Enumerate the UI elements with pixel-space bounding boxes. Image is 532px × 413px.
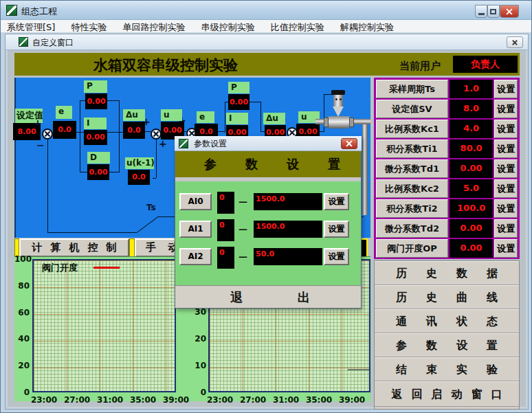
param-value[interactable]: 100.0	[450, 199, 493, 218]
return-start-window-button[interactable]: 返回启动窗口	[375, 381, 519, 407]
close-button[interactable]	[500, 5, 519, 18]
ai1-set-button[interactable]: 设置	[324, 221, 349, 238]
x-tick: 39:00	[162, 395, 190, 405]
minimize-button[interactable]	[475, 5, 487, 18]
param-value[interactable]: 4.0	[450, 120, 493, 138]
menu-item-system[interactable]: 系统管理[S]	[1, 20, 61, 34]
menu-item-characteristic[interactable]: 特性实验	[65, 20, 113, 34]
custom-window-close-button[interactable]	[507, 36, 523, 48]
window-titlebar[interactable]: 组态工程	[1, 1, 532, 20]
param-label: 阀门开度OP	[376, 239, 448, 258]
valve-detail-icon	[340, 98, 342, 100]
range-dash: —	[239, 197, 247, 207]
param-set-button[interactable]: 设置	[494, 80, 518, 98]
param-label: 设定值SV	[376, 100, 448, 118]
ai1-high-value[interactable]: 1500.0	[254, 221, 322, 238]
param-row: 比例系数Kc25.0设置	[376, 179, 518, 198]
current-user-value: 负责人	[453, 56, 518, 73]
menu-item-ratio[interactable]: 比值控制实验	[265, 20, 331, 34]
param-set-button[interactable]: 设置	[494, 239, 518, 258]
block-e1-label: e	[56, 106, 72, 119]
param-value[interactable]: 1.0	[450, 80, 493, 98]
block-d1-value: 0.00	[87, 164, 109, 180]
nav-panel: 历史数据 历史曲线 通讯状态 参数设置 结束实验 返回启动窗口	[374, 260, 520, 410]
custom-window-title: 自定义窗口	[32, 37, 74, 49]
block-i1-label: I	[84, 118, 107, 129]
plus-sign: +	[159, 139, 167, 148]
param-set-button[interactable]: 设置	[494, 179, 518, 198]
block-uk1-value: 0.0	[128, 170, 150, 185]
y-tick: 100	[14, 254, 30, 264]
y-tick: 20	[195, 334, 206, 344]
block-i1-value: 0.00	[84, 130, 107, 145]
dialog-close-button[interactable]	[341, 138, 357, 149]
ai0-set-button[interactable]: 设置	[324, 193, 349, 210]
custom-window-icon	[19, 37, 28, 47]
y-tick: 80	[14, 281, 30, 291]
x-tick: 35:00	[129, 395, 157, 405]
dialog-header: 参数设置	[175, 151, 361, 177]
history-curve-button[interactable]: 历史曲线	[375, 285, 519, 309]
ai1-low-value[interactable]: 0	[217, 219, 234, 241]
param-label: 微分系数Td2	[376, 219, 448, 238]
x-tick: 23:00	[30, 395, 58, 405]
block-e1-value: 0.0	[53, 121, 76, 139]
range-dash: —	[239, 224, 247, 234]
param-set-button[interactable]: 设置	[494, 120, 518, 138]
valve-actuator-cap-icon	[331, 90, 345, 95]
dialog-icon	[179, 139, 188, 148]
param-value[interactable]: 8.0	[450, 100, 493, 118]
param-label: 比例系数Kc2	[376, 179, 448, 198]
diagram-line	[107, 100, 119, 101]
channel-ai1-button[interactable]: AI1	[179, 221, 212, 238]
x-tick: 27:00	[239, 395, 267, 405]
param-value[interactable]: 80.0	[450, 139, 493, 158]
param-label: 采样周期Ts	[376, 80, 448, 98]
ai2-high-value[interactable]: 50.0	[254, 248, 322, 265]
experiment-title: 水箱双容串级控制实验	[28, 56, 303, 75]
param-row: 微分系数Td10.00设置	[376, 159, 518, 178]
computer-control-button[interactable]: 计算机控制	[19, 238, 129, 257]
ai2-set-button[interactable]: 设置	[324, 248, 349, 265]
param-set-button[interactable]: 设置	[494, 219, 518, 238]
block-du1-label: Δu	[123, 109, 145, 121]
valve-flange-icon	[349, 118, 354, 127]
param-value[interactable]: 5.0	[450, 179, 493, 198]
y-tick: 20	[14, 361, 30, 370]
param-value[interactable]: 0.00	[450, 219, 493, 238]
menu-item-decoupling[interactable]: 解耦控制实验	[334, 20, 400, 34]
app-icon	[6, 5, 17, 16]
ai2-low-value[interactable]: 0	[217, 247, 234, 269]
dialog-exit-button[interactable]: 退出	[175, 285, 361, 308]
diagram-line	[156, 139, 157, 178]
param-row: 设定值SV8.0设置	[376, 100, 518, 118]
param-set-button[interactable]: 设置	[494, 159, 518, 178]
block-p2-value: 0.00	[228, 94, 250, 110]
param-set-button[interactable]: 设置	[494, 100, 518, 118]
channel-ai0-button[interactable]: AI0	[179, 193, 212, 210]
param-value[interactable]: 0.00	[450, 239, 493, 258]
block-d1-label: D	[87, 152, 110, 164]
param-value[interactable]: 0.00	[450, 159, 493, 178]
custom-window-titlebar[interactable]	[5, 34, 528, 50]
menu-item-single-loop[interactable]: 单回路控制实验	[117, 20, 192, 34]
param-set-button[interactable]: 设置	[494, 199, 518, 218]
channel-ai2-button[interactable]: AI2	[179, 248, 212, 265]
ai0-high-value[interactable]: 1500.0	[254, 193, 322, 210]
valve-flange-icon	[324, 118, 329, 127]
y-tick: 10	[195, 361, 206, 370]
diagram-line	[109, 172, 119, 172]
param-settings-button[interactable]: 参数设置	[375, 333, 519, 357]
menu-item-cascade[interactable]: 串级控制实验	[195, 20, 261, 34]
ai0-low-value[interactable]: 0	[217, 192, 234, 214]
block-i2-label: I	[226, 113, 248, 124]
y-tick: 60	[14, 308, 30, 317]
param-label: 积分系数Ti2	[376, 199, 448, 218]
end-experiment-button[interactable]: 结束实验	[375, 357, 519, 381]
x-tick: 31:00	[272, 395, 300, 405]
comm-status-button[interactable]: 通讯状态	[375, 309, 519, 333]
x-tick: 39:00	[338, 395, 366, 405]
maximize-button[interactable]	[487, 5, 500, 18]
param-set-button[interactable]: 设置	[494, 139, 518, 158]
history-data-button[interactable]: 历史数据	[375, 261, 519, 285]
